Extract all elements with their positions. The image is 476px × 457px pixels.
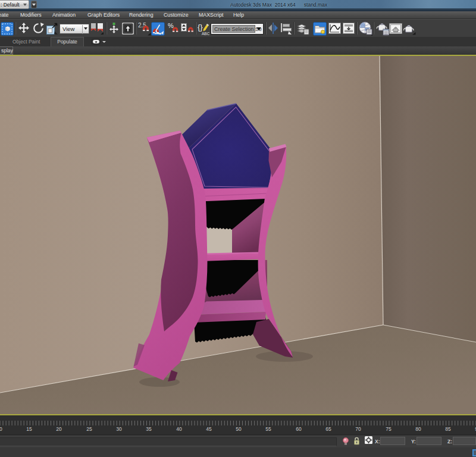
svg-text:%: %: [168, 22, 174, 29]
svg-text:{}: {}: [198, 23, 203, 32]
svg-text:ABC: ABC: [202, 32, 209, 36]
